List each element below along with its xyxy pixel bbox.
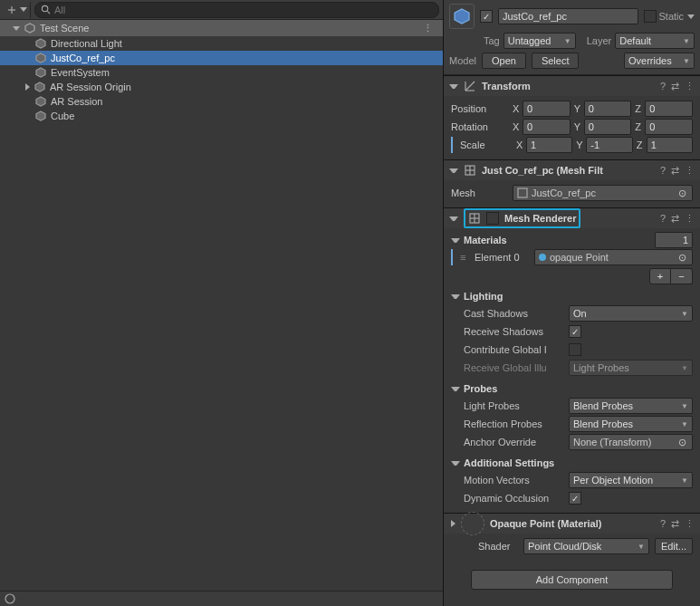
shader-dropdown[interactable]: Point Cloud/Disk▼ [523,538,649,554]
probes-title: Probes [464,383,497,394]
open-button[interactable]: Open [482,53,526,69]
hierarchy-item-directional-light[interactable]: Directional Light [0,36,443,51]
kebab-icon[interactable]: ⋮ [685,81,695,92]
item-label: JustCo_ref_pc [51,53,115,63]
motion-vectors-dropdown[interactable]: Per Object Motion▼ [569,472,693,488]
probes-header[interactable]: Probes [451,380,693,397]
object-picker-icon[interactable]: ⊙ [676,252,688,264]
object-picker-icon[interactable]: ⊙ [676,437,688,448]
create-dropdown[interactable] [4,2,31,18]
scale-y-input[interactable] [586,137,632,153]
chevron-right-icon [451,520,455,527]
scene-header[interactable]: Test Scene ⋮ [0,20,443,36]
item-label: Cube [51,111,74,121]
gameobject-icon [34,110,47,122]
lighting-header[interactable]: Lighting [451,288,693,304]
hierarchy-item-arsession[interactable]: AR Session [0,94,443,109]
add-component-button[interactable]: Add Component [471,570,673,590]
light-icon [34,37,47,50]
preset-icon[interactable]: ⇄ [671,165,679,177]
reflection-probes-value: Blend Probes [573,418,633,429]
svg-marker-4 [25,24,34,33]
svg-marker-9 [36,97,45,106]
additional-header[interactable]: Additional Settings [451,455,693,471]
gameobject-icon-large[interactable] [449,4,475,29]
layer-dropdown[interactable]: Default▼ [615,33,695,49]
reflection-probes-label: Reflection Probes [464,418,563,429]
override-indicator [451,249,453,265]
gameobject-header: ✓ Static Tag Untagged▼ Layer Default▼ Mo… [444,0,700,75]
cast-shadows-dropdown[interactable]: On▼ [569,305,693,322]
kebab-icon[interactable]: ⋮ [685,213,695,225]
mesh-icon [517,188,528,198]
transform-header[interactable]: Transform ? ⇄ ⋮ [444,76,700,96]
hierarchy-item-eventsystem[interactable]: EventSystem [0,65,443,80]
override-indicator [451,137,453,153]
svg-marker-8 [35,82,44,91]
meshrenderer-header[interactable]: Mesh Renderer ? ⇄ ⋮ [444,208,700,228]
gameobject-name-field[interactable] [498,8,638,24]
preset-icon[interactable]: ⇄ [671,81,679,92]
svg-marker-7 [36,68,45,77]
preset-icon[interactable]: ⇄ [671,518,679,530]
array-remove-button[interactable]: − [671,268,693,284]
scale-x-input[interactable] [526,137,572,153]
preset-icon[interactable]: ⇄ [671,213,679,225]
select-button[interactable]: Select [532,53,580,69]
renderer-enabled-checkbox[interactable] [486,212,499,225]
layer-label: Layer [587,35,612,46]
material-header[interactable]: Opaque Point (Material) ? ⇄ ⋮ [444,514,700,534]
position-z-input[interactable] [645,101,693,117]
position-x-input[interactable] [523,101,571,117]
anchor-override-label: Anchor Override [464,437,563,447]
help-icon[interactable]: ? [660,213,666,224]
filter-icon[interactable] [4,592,16,605]
reflection-probes-dropdown[interactable]: Blend Probes▼ [569,416,693,432]
scene-menu-icon[interactable]: ⋮ [423,23,439,34]
hierarchy-item-arsessionorigin[interactable]: AR Session Origin [0,80,443,94]
contribute-gi-checkbox[interactable] [569,343,581,356]
receive-shadows-checkbox[interactable]: ✓ [569,325,581,338]
svg-marker-12 [455,9,469,24]
rotation-y-input[interactable] [584,119,632,135]
rotation-x-input[interactable] [523,119,571,135]
hierarchy-item-justco[interactable]: JustCo_ref_pc [0,51,443,65]
tag-dropdown[interactable]: Untagged▼ [503,33,576,49]
search-field[interactable] [34,2,439,18]
chevron-right-icon[interactable] [25,83,30,91]
rotation-label: Rotation [451,121,507,132]
search-input[interactable] [54,5,433,15]
anchor-object-field[interactable]: None (Transform)⊙ [569,434,693,450]
drag-handle-icon[interactable]: ≡ [460,252,469,263]
meshfilter-header[interactable]: Just Co_ref_pc (Mesh Filt ? ⇄ ⋮ [444,160,700,180]
receive-shadows-label: Receive Shadows [464,326,563,337]
position-y-input[interactable] [584,101,632,117]
svg-point-11 [5,594,14,603]
help-icon[interactable]: ? [660,81,666,91]
component-mesh-filter: Just Co_ref_pc (Mesh Filt ? ⇄ ⋮ Mesh Jus… [444,159,700,207]
light-probes-dropdown[interactable]: Blend Probes▼ [569,398,693,414]
static-checkbox[interactable] [644,10,657,23]
chevron-down-icon[interactable] [687,14,695,19]
materials-header[interactable]: Materials [451,232,693,248]
active-checkbox[interactable]: ✓ [480,10,493,23]
array-add-button[interactable]: + [649,268,671,284]
object-picker-icon[interactable]: ⊙ [676,188,688,199]
material-object-field[interactable]: opaque Point ⊙ [534,249,693,265]
dynamic-occlusion-checkbox[interactable]: ✓ [569,492,581,505]
materials-count-input[interactable] [655,232,693,248]
scale-z-input[interactable] [647,137,693,153]
help-icon[interactable]: ? [660,518,666,529]
kebab-icon[interactable]: ⋮ [685,518,695,530]
item-label: AR Session Origin [50,82,131,92]
static-label: Static [658,11,684,22]
shader-edit-button[interactable]: Edit... [655,538,693,554]
kebab-icon[interactable]: ⋮ [685,165,695,177]
tag-label: Tag [484,35,500,46]
mesh-object-field[interactable]: JustCo_ref_pc ⊙ [513,185,693,201]
hierarchy-item-cube[interactable]: Cube [0,109,443,123]
help-icon[interactable]: ? [660,165,666,176]
overrides-dropdown[interactable]: Overrides▼ [624,53,695,69]
rotation-z-input[interactable] [645,119,693,135]
material-preview-icon [461,512,484,535]
